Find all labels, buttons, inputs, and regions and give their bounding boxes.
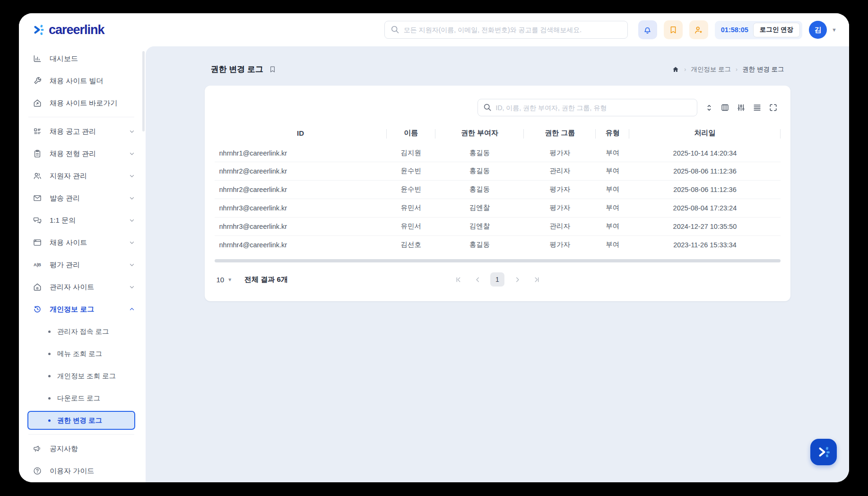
current-page-button[interactable]: 1 [490,272,504,287]
table-row[interactable]: nhrnhr1@careerlink.kr 김지원 홍길동 평가자 부여 202… [215,143,781,162]
sidebar-item-recruit-site[interactable]: 채용 사이트 [27,233,139,252]
sidebar: 대시보드 채용 사이트 빌더 채용 사이트 바로가기 채용 공고 관리 [19,46,146,482]
sidebar-divider [28,117,134,117]
sidebar-subitem-admin-access-log[interactable]: 관리자 접속 로그 [27,322,135,341]
table-toolbar [215,99,781,116]
sidebar-item-inquiry[interactable]: 1:1 문의 [27,211,139,230]
chevron-up-icon [129,306,135,313]
breadcrumb-item[interactable]: 개인정보 로그 [691,65,731,74]
row-density-button[interactable] [753,103,762,112]
session-pill: 01:58:05 로그인 연장 [715,21,802,39]
sidebar-item-site-builder[interactable]: 채용 사이트 빌더 [27,71,139,90]
sidebar-scrollbar[interactable] [142,51,145,131]
sidebar-item-site-shortcut[interactable]: 채용 사이트 바로가기 [27,94,139,113]
breadcrumb-separator-icon: › [736,66,738,73]
home-gear-icon [32,282,43,292]
column-header-processed-date[interactable]: 처리일 [629,124,780,143]
sidebar-item-applicants[interactable]: 지원자 관리 [27,166,139,185]
header-actions: 01:58:05 로그인 연장 김 ▼ [638,20,837,39]
sidebar-subitem-menu-view-log[interactable]: 메뉴 조회 로그 [27,344,135,363]
list-layout-icon [32,126,43,137]
table-horizontal-scrollbar[interactable] [215,259,781,262]
sidebar-item-send-management[interactable]: 발송 관리 [27,189,139,208]
table-row[interactable]: nhrnhr2@careerlink.kr 윤수빈 홍길동 평가자 부여 202… [215,180,781,199]
column-header-permission-group[interactable]: 권한 그룹 [524,124,596,143]
chevron-down-icon [129,128,135,135]
previous-page-button[interactable] [471,273,484,286]
page-title: 권한 변경 로그 [211,64,263,75]
chevron-down-icon [129,195,135,201]
global-search [384,21,628,39]
table-row[interactable]: nhrnhr4@careerlink.kr 김선호 홍길동 평가자 부여 202… [215,235,781,254]
careerlink-mark-icon [815,444,832,461]
account-roles-button[interactable] [689,20,708,39]
columns-button[interactable] [720,103,729,112]
table-row[interactable]: nhrnhr2@careerlink.kr 윤수빈 홍길동 관리자 부여 202… [215,162,781,180]
chevron-down-icon [129,284,135,290]
extend-login-button[interactable]: 로그인 연장 [753,23,800,37]
sidebar-subitem-permission-change-log[interactable]: 권한 변경 로그 [27,411,135,430]
filters-button[interactable] [737,103,746,112]
table-row[interactable]: nhrnhr3@careerlink.kr 유민서 김엔찰 평가자 부여 202… [215,199,781,217]
sidebar-item-admin-site[interactable]: 관리자 사이트 [27,278,139,296]
home-icon[interactable] [672,66,679,73]
bookmarks-button[interactable] [664,20,683,39]
browser-window-icon [32,237,43,248]
sidebar-item-dashboard[interactable]: 대시보드 [27,49,139,68]
chevron-down-icon [129,261,135,268]
sidebar-item-hiring-process[interactable]: 채용 전형 관리 [27,144,139,163]
pager: 1 [451,272,543,287]
column-header-grantor[interactable]: 권한 부여자 [435,124,524,143]
column-header-id[interactable]: ID [215,124,387,143]
fullscreen-button[interactable] [769,103,778,112]
breadcrumb-separator-icon: › [684,66,686,73]
person-star-icon [694,25,703,35]
question-circle-icon [32,466,43,476]
svg-text:A|B: A|B [34,262,41,267]
sidebar-item-privacy-logs[interactable]: 개인정보 로그 [27,300,139,319]
notifications-button[interactable] [638,20,657,39]
top-header: careerlink [19,13,849,46]
global-search-input[interactable] [384,21,628,39]
column-header-name[interactable]: 이름 [387,124,435,143]
pagination-row: 10 ▼ 전체 결과 6개 1 [215,262,781,296]
user-avatar[interactable]: 김 [809,21,827,39]
careerlink-wordmark: careerlink [49,23,104,37]
sort-button[interactable] [705,104,713,112]
clipboard-icon [32,148,43,159]
chevron-down-icon: ▼ [227,277,232,282]
app-window: careerlink [19,13,849,482]
breadcrumb-item-current: 권한 변경 로그 [742,65,784,74]
sidebar-item-notices[interactable]: 공지사항 [27,439,139,458]
home-arrow-icon [32,98,43,108]
bullet-icon [48,353,51,355]
careerlink-fab-button[interactable] [810,439,837,465]
column-header-type[interactable]: 유형 [596,124,629,143]
sidebar-subitem-download-log[interactable]: 다운로드 로그 [27,389,135,408]
table-search [477,99,697,116]
next-page-button[interactable] [511,273,524,286]
table-row[interactable]: nhrnhr3@careerlink.kr 유민서 김엔찰 관리자 부여 202… [215,217,781,235]
mail-icon [32,193,43,203]
sidebar-subitem-privacy-view-log[interactable]: 개인정보 조회 로그 [27,366,135,385]
chevron-down-icon [129,150,135,157]
user-menu-caret-icon[interactable]: ▼ [832,27,837,33]
last-page-button[interactable] [530,273,543,286]
history-clock-icon [32,304,43,314]
bullet-icon [48,375,51,377]
sidebar-item-user-guide[interactable]: 이용자 가이드 [27,461,139,480]
breadcrumb: › 개인정보 로그 › 권한 변경 로그 [672,65,784,74]
page-size-select[interactable]: 10 ▼ [217,276,233,284]
bookmark-icon [668,25,678,35]
sidebar-item-job-postings[interactable]: 채용 공고 관리 [27,122,139,141]
page-bookmark-icon[interactable] [269,65,277,73]
careerlink-logo[interactable]: careerlink [31,23,104,37]
megaphone-icon [32,444,43,454]
ab-test-icon: A|B [32,260,43,270]
table-search-input[interactable] [477,99,697,116]
sidebar-item-evaluation[interactable]: A|B 평가 관리 [27,255,139,274]
sort-arrows-icon [705,104,713,112]
first-page-button[interactable] [451,273,465,286]
total-results-text: 전체 결과 6개 [244,275,288,284]
session-timer: 01:58:05 [721,26,748,34]
